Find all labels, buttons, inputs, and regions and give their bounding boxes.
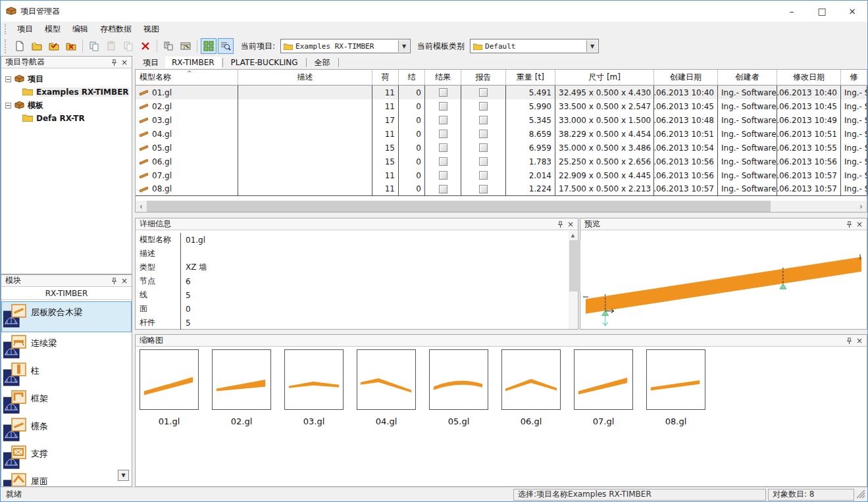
column-header-4[interactable]: 结 xyxy=(399,70,425,85)
table-row[interactable]: 05.gl1506.95935.000 x 0.500 x 3.4861.06.… xyxy=(136,141,867,155)
table-row[interactable]: 01.gl1105.49132.495 x 0.500 x 4.4301.06.… xyxy=(136,86,867,99)
tree-leaf-examples-rx-timber[interactable]: Examples RX-TIMBER xyxy=(5,86,130,99)
connect-network-button[interactable] xyxy=(161,38,176,54)
column-header-12[interactable]: 修 xyxy=(841,70,867,85)
tab--[interactable]: 项目 xyxy=(136,56,165,70)
report-checkbox[interactable] xyxy=(479,157,488,166)
column-header-11[interactable]: 修改日期 xyxy=(777,70,841,85)
results-checkbox[interactable] xyxy=(439,116,447,124)
results-checkbox[interactable] xyxy=(439,102,447,111)
pin-icon[interactable] xyxy=(555,219,565,229)
results-checkbox[interactable] xyxy=(439,171,447,180)
table-row[interactable]: 02.gl1105.99033.500 x 0.500 x 2.5471.06.… xyxy=(136,99,867,113)
thumbnail-04-gl[interactable]: 04.gl xyxy=(357,349,416,426)
paste-button[interactable] xyxy=(103,38,119,54)
column-header-1[interactable]: 模型名称^ xyxy=(136,70,238,85)
delete-button[interactable] xyxy=(138,38,153,54)
report-checkbox[interactable] xyxy=(479,88,488,97)
column-header-7[interactable]: 重量 [t] xyxy=(506,70,555,85)
thumbnail-01-gl[interactable]: 01.gl xyxy=(140,349,199,426)
close-icon[interactable]: × xyxy=(565,219,576,229)
table-row[interactable]: 03.gl1705.34533.000 x 0.500 x 1.5001.06.… xyxy=(136,113,867,127)
tab-rx-timber[interactable]: RX-TIMBER xyxy=(165,57,221,68)
thumbnail-08-gl[interactable]: 08.gl xyxy=(646,349,705,426)
table-horizontal-scrollbar[interactable]: ‹ › xyxy=(136,201,867,212)
module-item-2[interactable]: 连续梁 xyxy=(1,332,132,360)
preview-view-toggle[interactable] xyxy=(218,38,234,54)
close-icon[interactable]: × xyxy=(854,219,865,229)
maximize-button[interactable]: □ xyxy=(807,1,837,22)
scroll-up-icon[interactable]: ▲ xyxy=(569,231,577,239)
tab-plate-buckling[interactable]: PLATE-BUCKLING xyxy=(224,57,305,68)
pin-icon[interactable] xyxy=(844,219,854,229)
collapse-icon[interactable] xyxy=(5,76,11,82)
table-row[interactable]: 04.gl1108.65938.229 x 0.500 x 4.4541.06.… xyxy=(136,127,867,141)
column-header-10[interactable]: 创建者 xyxy=(718,70,777,85)
open-project-button[interactable] xyxy=(46,38,62,54)
report-checkbox[interactable] xyxy=(479,116,488,124)
thumbnail-05-gl[interactable]: 05.gl xyxy=(429,349,488,426)
module-item-1[interactable]: 层板胶合木梁 xyxy=(1,301,132,332)
pin-icon[interactable] xyxy=(109,57,119,67)
module-item-4[interactable]: 框架 xyxy=(1,388,132,415)
module-item-7[interactable]: 屋面 xyxy=(1,470,132,486)
table-row[interactable]: 07.gl1102.01422.909 x 0.500 x 4.4451.06.… xyxy=(136,168,867,182)
new-model-button[interactable] xyxy=(12,38,28,54)
delete-project-button[interactable] xyxy=(63,38,79,54)
menu-item-5[interactable]: 视图 xyxy=(138,22,165,36)
copy-button[interactable] xyxy=(86,38,102,54)
duplicate-button[interactable] xyxy=(120,38,136,54)
menu-item-2[interactable]: 模型 xyxy=(39,22,66,36)
menu-item-1[interactable]: 项目 xyxy=(11,22,39,36)
close-icon[interactable]: × xyxy=(119,276,130,286)
module-group-header[interactable]: RX-TIMBER xyxy=(1,287,132,300)
close-button[interactable]: × xyxy=(837,1,867,22)
report-checkbox[interactable] xyxy=(479,185,488,193)
resize-grip[interactable] xyxy=(855,489,866,501)
report-checkbox[interactable] xyxy=(479,130,488,138)
scrollbar-thumb[interactable] xyxy=(147,201,771,212)
collapse-icon[interactable] xyxy=(5,103,11,109)
scroll-left-icon[interactable]: ‹ xyxy=(136,201,147,212)
table-row[interactable]: 06.gl1501.78325.250 x 0.500 x 2.6561.06.… xyxy=(136,155,867,168)
menu-item-3[interactable]: 编辑 xyxy=(66,22,94,36)
results-checkbox[interactable] xyxy=(439,185,447,193)
module-item-5[interactable]: 檩条 xyxy=(1,415,132,443)
tree-node-2[interactable]: 模板 xyxy=(5,99,130,112)
tab--[interactable]: 全部 xyxy=(308,56,337,70)
template-category-combobox[interactable]: Default ▼ xyxy=(470,39,599,53)
thumbnail-02-gl[interactable]: 02.gl xyxy=(212,349,271,426)
report-checkbox[interactable] xyxy=(479,143,488,152)
column-header-9[interactable]: 创建日期 xyxy=(654,70,718,85)
results-checkbox[interactable] xyxy=(439,88,447,97)
results-checkbox[interactable] xyxy=(439,143,447,152)
column-header-2[interactable]: 描述 xyxy=(238,70,372,85)
chevron-down-icon[interactable]: ▼ xyxy=(586,40,598,52)
results-checkbox[interactable] xyxy=(439,157,447,166)
thumbnail-03-gl[interactable]: 03.gl xyxy=(284,349,344,426)
thumbnails-view-toggle[interactable] xyxy=(201,38,217,54)
close-icon[interactable]: × xyxy=(119,57,130,67)
report-checkbox[interactable] xyxy=(479,171,488,180)
tree-leaf-defa-rx-tr[interactable]: Defa RX-TR xyxy=(5,112,130,125)
close-icon[interactable]: × xyxy=(854,336,865,345)
archive-button[interactable] xyxy=(178,38,193,54)
table-row[interactable]: 08.gl1101.22417.500 x 0.500 x 2.2131.06.… xyxy=(136,182,867,196)
report-checkbox[interactable] xyxy=(479,102,488,111)
column-header-3[interactable]: 荷 xyxy=(372,70,399,85)
column-header-6[interactable]: 报告 xyxy=(461,70,506,85)
scroll-right-icon[interactable]: › xyxy=(855,201,867,212)
module-item-6[interactable]: 支撑 xyxy=(1,443,132,470)
minimize-button[interactable]: – xyxy=(777,1,807,22)
thumbnail-06-gl[interactable]: 06.gl xyxy=(501,349,561,426)
column-header-5[interactable]: 结果 xyxy=(425,70,461,85)
module-item-3[interactable]: 柱 xyxy=(1,360,132,388)
chevron-down-icon[interactable]: ▼ xyxy=(398,40,409,52)
pin-icon[interactable] xyxy=(109,276,119,286)
menu-item-4[interactable]: 存档数据 xyxy=(94,22,138,36)
results-checkbox[interactable] xyxy=(439,130,447,138)
modules-scroll-down-button[interactable]: ▼ xyxy=(118,470,129,481)
details-vertical-scrollbar[interactable]: ▲ xyxy=(569,231,577,329)
column-header-8[interactable]: 尺寸 [m] xyxy=(555,70,654,85)
new-project-button[interactable] xyxy=(29,38,45,54)
